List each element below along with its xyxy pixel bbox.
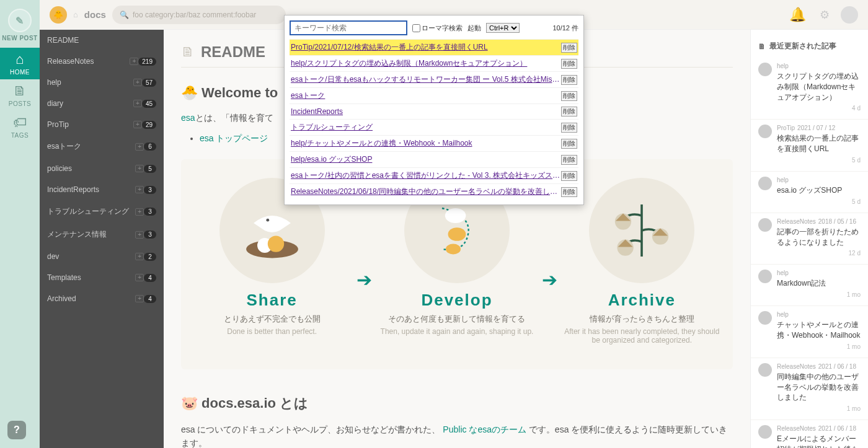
sidebar-item[interactable]: ProTip+29 — [40, 114, 164, 135]
delete-button[interactable]: 削除 — [561, 123, 577, 133]
recent-item[interactable]: ReleaseNotes2021 / 06 / 18 同時編集中の他のユーザー名… — [751, 358, 868, 420]
sidebar-item[interactable]: トラブルシューティング+3 — [40, 200, 164, 223]
brand-logo[interactable]: 🐥 — [50, 6, 67, 24]
nav-home[interactable]: ⌂HOME — [0, 48, 40, 79]
icon-rail: ✎ NEW POST ⌂HOME🗎POSTS🏷TAGS — [0, 0, 40, 448]
recent-date: 2021 / 06 / 18 — [818, 425, 856, 432]
romaji-label: ローマ字検索 — [422, 24, 463, 33]
sidebar-label: メンテナンス情報 — [47, 229, 133, 240]
delete-button[interactable]: 削除 — [561, 107, 577, 116]
sidebar-item[interactable]: diary+45 — [40, 93, 164, 114]
top-page-link[interactable]: esa トップページ — [200, 133, 268, 143]
section2-text-pre: esa についてのドキュメントやヘルプ、お知らせなどが書かれた、 — [181, 424, 440, 434]
history-link[interactable]: ReleaseNotes/2021/06/18/同時編集中の他のユーザー名ラベル… — [291, 187, 561, 197]
delete-button[interactable]: 削除 — [561, 139, 577, 149]
archive-jp: 情報が育ったらきちんと整理 — [564, 314, 720, 325]
expand-icon[interactable]: + — [133, 79, 142, 86]
history-link[interactable]: トラブルシューティング — [291, 122, 561, 133]
delete-button[interactable]: 削除 — [561, 171, 577, 181]
delete-button[interactable]: 削除 — [561, 43, 577, 53]
share-jp: とりあえず不完全でも公開 — [193, 314, 350, 325]
sidebar-item[interactable]: ReleaseNotes+219 — [40, 51, 164, 72]
sidebar-item[interactable]: policies+5 — [40, 158, 164, 179]
expand-icon[interactable]: + — [135, 143, 144, 151]
svg-point-5 — [448, 227, 466, 241]
global-search[interactable]: 🔍 foo category:bar/baz comment:foobar — [112, 6, 286, 24]
history-row: help/チャットやメールとの連携・Webhook・Mailhook削除 — [290, 135, 578, 151]
public-team-link[interactable]: Public なesaのチーム — [443, 424, 526, 434]
sidebar-label: Templates — [47, 273, 133, 282]
delete-button[interactable]: 削除 — [561, 155, 577, 165]
expand-icon[interactable]: + — [133, 100, 142, 107]
recent-age: 5 d — [777, 198, 861, 205]
sidebar-item[interactable]: esaトーク+6 — [40, 135, 164, 158]
expand-icon[interactable]: + — [130, 58, 138, 65]
history-link[interactable]: esaトーク/社内の習慣とesaを書く習慣がリンクした - Vol 3. 株式会… — [291, 170, 561, 181]
count-badge: 29 — [142, 121, 156, 129]
recent-item[interactable]: help スクリプトタグの埋め込み制限（Markdownセキュアオプション） 4… — [751, 58, 868, 120]
history-row: help/esa.io グッズSHOP削除 — [290, 151, 578, 167]
expand-icon[interactable]: + — [135, 274, 144, 281]
recent-heading: 最近更新された記事 — [769, 41, 836, 51]
nav-tags[interactable]: 🏷TAGS — [0, 111, 40, 143]
shortcut-select[interactable]: Ctrl+R — [486, 23, 520, 33]
share-en: Done is better than perfect. — [193, 327, 350, 336]
recent-item[interactable]: help esa.io グッズSHOP 5 d — [751, 172, 868, 213]
user-avatar[interactable] — [841, 6, 858, 24]
recent-item[interactable]: ProTip2021 / 07 / 12 検索結果の一番上の記事を直接開くURL… — [751, 120, 868, 172]
help-fab[interactable]: ? — [7, 421, 26, 439]
sidebar-label: ReleaseNotes — [47, 57, 127, 66]
history-link[interactable]: help/esa.io グッズSHOP — [291, 154, 561, 165]
sidebar-label: トラブルシューティング — [47, 206, 133, 217]
sidebar-item[interactable]: IncidentReports+3 — [40, 179, 164, 200]
recent-title: スクリプトタグの埋め込み制限（Markdownセキュアオプション） — [777, 71, 861, 102]
sidebar-item[interactable]: メンテナンス情報+3 — [40, 223, 164, 246]
nav-label: TAGS — [11, 132, 29, 139]
notifications-icon[interactable]: 🔔 — [789, 7, 806, 23]
delete-button[interactable]: 削除 — [561, 91, 577, 101]
new-post-button[interactable]: ✎ NEW POST — [0, 0, 40, 48]
expand-icon[interactable]: + — [135, 186, 144, 193]
recent-item[interactable]: ReleaseNotes2021 / 06 / 18 Eメールによるメンバー招待… — [751, 420, 868, 448]
romaji-checkbox[interactable] — [412, 24, 420, 32]
sidebar-label: ProTip — [47, 120, 131, 129]
delete-button[interactable]: 削除 — [561, 59, 577, 69]
recent-item[interactable]: help Markdown記法 1 mo — [751, 265, 868, 306]
recent-item[interactable]: ReleaseNotes2018 / 05 / 16 記事の一部を折りたためるよ… — [751, 213, 868, 265]
expand-icon[interactable]: + — [133, 121, 142, 128]
history-link[interactable]: help/チャットやメールとの連携・Webhook・Mailhook — [291, 138, 561, 149]
expand-icon[interactable]: + — [135, 231, 144, 239]
history-link[interactable]: help/スクリプトタグの埋め込み制限（Markdownセキュアオプション） — [291, 58, 561, 69]
recent-age: 12 d — [777, 250, 861, 257]
settings-icon[interactable]: ⚙ — [820, 8, 830, 22]
keyword-search-input[interactable] — [290, 20, 407, 35]
recent-item[interactable]: help チャットやメールとの連携・Webhook・Mailhook 1 mo — [751, 306, 868, 358]
sidebar-item[interactable]: dev+2 — [40, 246, 164, 267]
delete-button[interactable]: 削除 — [561, 187, 577, 197]
sidebar-item[interactable]: Archived+4 — [40, 288, 164, 309]
history-link[interactable]: ProTip/2021/07/12/検索結果の一番上の記事を直接開くURL — [291, 42, 561, 53]
esa-link[interactable]: esa — [181, 113, 195, 123]
delete-button[interactable]: 削除 — [561, 75, 577, 85]
sidebar-label: esaトーク — [47, 141, 133, 152]
recent-age: 1 mo — [777, 343, 861, 350]
nav-posts[interactable]: 🗎POSTS — [0, 79, 40, 111]
history-link[interactable]: esaトーク — [291, 90, 561, 101]
expand-icon[interactable]: + — [135, 295, 144, 302]
share-title: Share — [193, 291, 350, 310]
romaji-search-toggle[interactable]: ローマ字検索 — [412, 24, 463, 33]
expand-icon[interactable]: + — [135, 165, 144, 172]
expand-icon[interactable]: + — [135, 253, 144, 260]
nav-icon: ⌂ — [0, 51, 40, 68]
expand-icon[interactable]: + — [135, 208, 144, 216]
author-avatar — [758, 311, 772, 325]
recent-date: 2021 / 07 / 12 — [797, 125, 835, 131]
recent-title: 検索結果の一番上の記事を直接開くURL — [777, 133, 861, 154]
sidebar-item[interactable]: README — [40, 30, 164, 51]
team-name[interactable]: docs — [84, 9, 106, 20]
sidebar-item[interactable]: help+57 — [40, 72, 164, 93]
history-link[interactable]: IncidentReports — [291, 107, 561, 116]
sidebar-item[interactable]: Templates+4 — [40, 267, 164, 288]
recent-age: 1 mo — [777, 405, 861, 412]
history-link[interactable]: esaトーク/日常もesaもハックするリモートワーカー集団 ー Vol.5 株式… — [291, 74, 561, 85]
